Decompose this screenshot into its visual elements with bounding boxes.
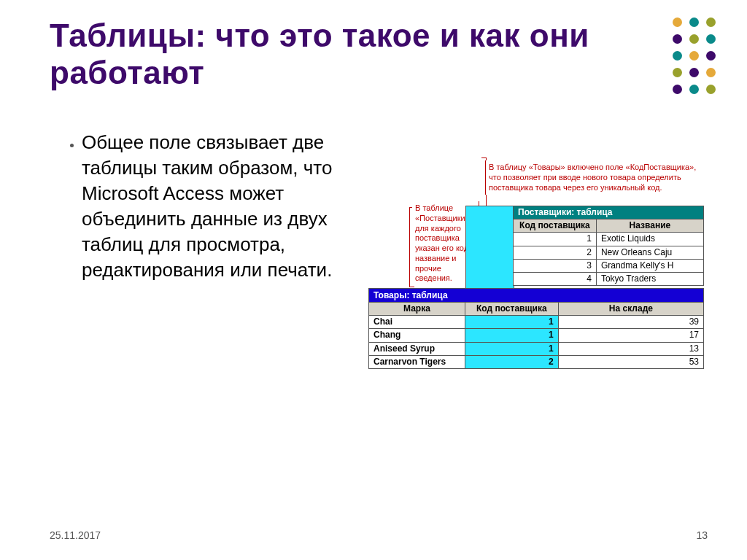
suppliers-caption: Поставщики: таблица bbox=[514, 206, 704, 219]
products-header-code: Код поставщика bbox=[465, 303, 558, 316]
decoration-dots bbox=[673, 18, 725, 98]
bullet-list: Общее поле связывает две таблицы таким о… bbox=[63, 130, 355, 284]
bullet-item: Общее поле связывает две таблицы таким о… bbox=[82, 130, 355, 284]
suppliers-header-name: Название bbox=[596, 219, 703, 233]
cell: Chai bbox=[369, 316, 465, 329]
cell: 1 bbox=[465, 316, 558, 329]
callout-right: В таблицу «Товары» включено поле «КодПос… bbox=[485, 160, 704, 195]
cell: Grandma Kelly's H bbox=[596, 259, 703, 272]
cell: 2 bbox=[514, 246, 597, 259]
products-table: Марка Код поставщика На складе Chai 1 39… bbox=[368, 302, 704, 369]
page-number: 13 bbox=[696, 529, 708, 541]
cell: 1 bbox=[465, 342, 558, 355]
cell: Aniseed Syrup bbox=[369, 342, 465, 355]
cell: 4 bbox=[514, 272, 597, 285]
suppliers-header-code: Код поставщика bbox=[514, 219, 597, 233]
suppliers-table: Поставщики: таблица Код поставщика Назва… bbox=[513, 206, 704, 286]
cell: Tokyo Traders bbox=[596, 272, 703, 285]
cell: 39 bbox=[558, 316, 703, 329]
footer-date: 25.11.2017 bbox=[50, 529, 101, 541]
cell: Chang bbox=[369, 329, 465, 342]
cell: 53 bbox=[558, 355, 703, 368]
cell: Exotic Liquids bbox=[596, 233, 703, 246]
products-header-brand: Марка bbox=[369, 303, 465, 316]
cell: 17 bbox=[558, 329, 703, 342]
cell: 2 bbox=[465, 355, 558, 368]
products-header-stock: На складе bbox=[558, 303, 703, 316]
products-caption-bar: Товары: таблица bbox=[368, 288, 704, 303]
cell: New Orleans Caju bbox=[596, 246, 703, 259]
products-caption: Товары: таблица bbox=[369, 289, 704, 303]
slide-title: Таблицы: что это такое и как они работаю… bbox=[50, 18, 633, 91]
cell: 1 bbox=[514, 233, 597, 246]
cell: 13 bbox=[558, 342, 703, 355]
cell: Carnarvon Tigers bbox=[369, 355, 465, 368]
cell: 3 bbox=[514, 259, 597, 272]
cell: 1 bbox=[465, 329, 558, 342]
